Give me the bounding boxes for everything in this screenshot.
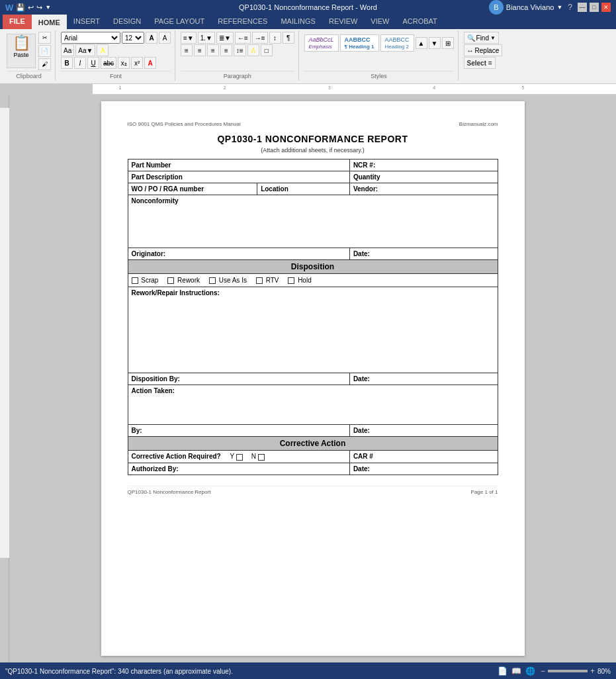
- rtv-checkbox[interactable]: [256, 277, 263, 284]
- find-button[interactable]: 🔍 Find ▼: [464, 32, 499, 44]
- align-center-button[interactable]: ≡: [194, 44, 206, 56]
- location-label: Location: [257, 183, 350, 195]
- tab-page-layout[interactable]: PAGE LAYOUT: [148, 15, 211, 29]
- decrease-indent-button[interactable]: ←≡: [235, 32, 251, 44]
- replace-icon: ↔: [467, 47, 474, 54]
- quick-access-save[interactable]: 💾: [16, 3, 25, 12]
- window-title: QP1030-1 Nonconformance Report - Word: [239, 3, 377, 11]
- select-label: Select =: [467, 60, 492, 67]
- use-as-is-checkbox[interactable]: [209, 277, 216, 284]
- line-spacing-button[interactable]: ↕≡: [234, 44, 246, 56]
- doc-subtitle: (Attach additional sheets, if necessary.…: [128, 147, 498, 154]
- align-left-button[interactable]: ≡: [181, 44, 193, 56]
- checkbox-cell: Scrap Rework Use As Is RTV Hold: [128, 274, 498, 287]
- replace-label: Replace: [475, 47, 500, 54]
- tab-references[interactable]: REFERENCES: [211, 15, 274, 29]
- close-button[interactable]: ✕: [601, 3, 611, 12]
- font-color-button[interactable]: A: [144, 57, 156, 69]
- borders-button[interactable]: □: [261, 44, 273, 56]
- find-arrow: ▼: [490, 35, 496, 41]
- font-row3: B I U abc x₂ x² A: [61, 57, 171, 69]
- bold-button[interactable]: B: [61, 57, 73, 69]
- help-icon[interactable]: ?: [568, 3, 572, 12]
- tab-acrobat[interactable]: ACROBAT: [396, 15, 443, 29]
- justify-button[interactable]: ≡: [220, 44, 232, 56]
- change-case-button[interactable]: Aa▼: [75, 44, 95, 56]
- minimize-button[interactable]: —: [578, 3, 587, 12]
- maximize-button[interactable]: □: [590, 3, 599, 12]
- bullets-button[interactable]: ≡▼: [181, 32, 197, 44]
- font-size-select[interactable]: 12: [122, 32, 144, 44]
- doc-footer-right: Page 1 of 1: [471, 489, 498, 495]
- zoom-percentage[interactable]: 80%: [597, 668, 611, 675]
- font-family-select[interactable]: Arial: [61, 32, 120, 44]
- doc-status-info: "QP1030-1 Nonconformance Report": 340 ch…: [5, 668, 233, 675]
- zoom-slider[interactable]: [548, 670, 588, 672]
- style-heading1[interactable]: AABBCC¶ Heading 1: [340, 34, 379, 52]
- sort-button[interactable]: ↕: [269, 32, 281, 44]
- increase-indent-button[interactable]: →≡: [252, 32, 268, 44]
- doc-header-left: ISO 9001 QMS Policies and Procedures Man…: [128, 121, 241, 127]
- user-menu-arrow[interactable]: ▼: [556, 4, 562, 11]
- hold-checkbox[interactable]: [288, 277, 294, 284]
- tab-mailings[interactable]: MAILINGS: [274, 15, 322, 29]
- user-avatar: B: [489, 0, 504, 15]
- multilevel-button[interactable]: ≣▼: [216, 32, 234, 44]
- table-row-disposition-header: Disposition: [128, 260, 498, 274]
- replace-button[interactable]: ↔ Replace: [464, 44, 503, 56]
- tab-design[interactable]: DESIGN: [107, 15, 148, 29]
- select-button[interactable]: Select =: [464, 57, 496, 69]
- tab-review[interactable]: REVIEW: [322, 15, 364, 29]
- quick-access-undo[interactable]: ↩: [28, 3, 34, 12]
- numbering-button[interactable]: 1.▼: [198, 32, 215, 44]
- grow-font-button[interactable]: A: [146, 32, 157, 44]
- shading-button[interactable]: A: [247, 44, 259, 56]
- zoom-out-button[interactable]: −: [541, 666, 545, 676]
- styles-scroll-up[interactable]: ▲: [416, 37, 427, 49]
- para-row2: ≡ ≡ ≡ ≡ ↕≡ A □: [181, 44, 294, 56]
- align-right-button[interactable]: ≡: [207, 44, 219, 56]
- cut-button[interactable]: ✂: [38, 32, 51, 44]
- text-highlight-button[interactable]: A: [97, 44, 109, 56]
- action-taken-label: Action Taken:: [128, 385, 498, 425]
- y-checkbox[interactable]: [236, 454, 243, 461]
- paste-button[interactable]: 📋 Paste: [7, 34, 36, 68]
- subscript-button[interactable]: x₂: [118, 57, 130, 69]
- quick-access-redo[interactable]: ↪: [36, 3, 42, 12]
- by-label: By:: [128, 425, 349, 437]
- styles-group: AaBbCcLEmphasis AABBCC¶ Heading 1 AABBCC…: [300, 30, 459, 81]
- style-heading2[interactable]: AABBCCHeading 2: [380, 34, 414, 52]
- authorized-date-label: Date:: [349, 463, 498, 475]
- zoom-in-button[interactable]: +: [590, 666, 595, 676]
- quick-access-more[interactable]: ▼: [45, 4, 51, 11]
- shrink-font-button[interactable]: A: [159, 32, 171, 44]
- title-bar: W 💾 ↩ ↪ ▼ QP1030-1 Nonconformance Report…: [0, 0, 616, 15]
- clear-format-button[interactable]: Aa: [61, 44, 74, 56]
- tab-file[interactable]: FILE: [3, 15, 32, 29]
- left-ruler-inner: [0, 108, 9, 558]
- show-marks-button[interactable]: ¶: [283, 32, 294, 44]
- scrap-checkbox[interactable]: [132, 277, 138, 284]
- tab-home[interactable]: HOME: [32, 15, 67, 29]
- style-emphasis[interactable]: AaBbCcLEmphasis: [304, 34, 339, 52]
- view-web-icon[interactable]: 🌐: [525, 666, 535, 676]
- view-print-icon[interactable]: 📄: [498, 666, 507, 676]
- rework-checkbox[interactable]: [167, 277, 174, 284]
- quantity-label: Quantity: [349, 171, 498, 183]
- view-read-icon[interactable]: 📖: [511, 666, 521, 676]
- authorized-by-label: Authorized By:: [128, 463, 349, 475]
- italic-button[interactable]: I: [74, 57, 86, 69]
- styles-scroll-down[interactable]: ▼: [429, 37, 441, 49]
- ruler: 1 2 3 4 5: [0, 84, 616, 95]
- styles-expand[interactable]: ⊞: [442, 37, 454, 49]
- underline-button[interactable]: U: [87, 57, 99, 69]
- superscript-button[interactable]: x²: [131, 57, 143, 69]
- user-area[interactable]: B Bianca Viviano ▼: [489, 0, 563, 15]
- tab-insert[interactable]: INSERT: [67, 15, 107, 29]
- n-checkbox[interactable]: [258, 454, 265, 461]
- tab-view[interactable]: VIEW: [364, 15, 396, 29]
- strikethrough-button[interactable]: abc: [101, 57, 116, 69]
- copy-button[interactable]: 📄: [38, 45, 51, 57]
- status-right: 📄 📖 🌐 − + 80%: [498, 666, 611, 676]
- format-painter-button[interactable]: 🖌: [38, 58, 51, 70]
